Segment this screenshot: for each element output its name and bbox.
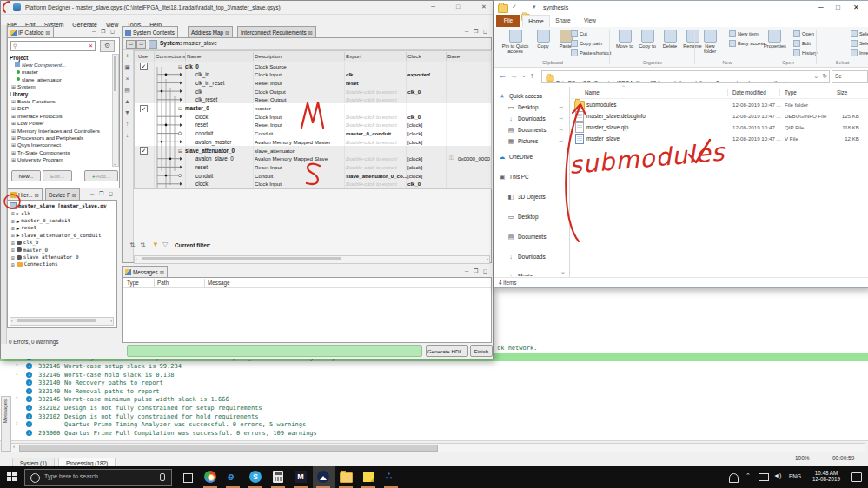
ip-tree-item[interactable]: Library xyxy=(10,90,28,97)
expand-icon[interactable]: › xyxy=(16,395,17,401)
edit-component-button[interactable]: Edit... xyxy=(43,170,72,181)
system-table-row[interactable]: avalon_masterAvalon Memory Mapped Master… xyxy=(135,137,491,146)
sidebar-item-desktop[interactable]: ▭Desktop xyxy=(494,211,568,222)
tray-language[interactable]: ENG xyxy=(789,473,801,479)
cell-export[interactable]: clk xyxy=(346,71,353,77)
ip-tree-item[interactable]: ⊞University Program xyxy=(10,156,63,163)
toolbar-icon-4[interactable]: ▲ xyxy=(123,97,131,105)
toolbar-icon-6[interactable]: ↑ xyxy=(123,120,131,128)
fe-titlebar[interactable]: ✓ ▾ synthesis ─ □ ✕ xyxy=(494,1,868,15)
system-table-row[interactable]: clk_inClock Inputclkexported xyxy=(135,70,491,79)
taskbar-search-input[interactable]: Type here to search xyxy=(24,469,172,486)
col-clock[interactable]: Clock xyxy=(407,53,421,59)
cell-clock[interactable]: [clock] xyxy=(407,130,422,136)
mic-icon[interactable] xyxy=(160,473,165,481)
sidebar-item-desktop[interactable]: ▭Desktop⤙ xyxy=(494,102,568,113)
use-checkbox[interactable]: ✓ xyxy=(140,105,148,113)
console-line[interactable]: i293000Quartus Prime Full Compilation wa… xyxy=(0,429,868,437)
tab-close-icon[interactable]: ⊠ xyxy=(160,269,164,275)
notifications-icon[interactable] xyxy=(851,472,862,482)
cell-export[interactable]: Double-click to export xyxy=(346,114,397,120)
tray-people-icon[interactable] xyxy=(729,473,739,483)
system-panel-controls[interactable]: ─ ❐ ◻ xyxy=(465,28,489,34)
cell-clock[interactable]: [clock] xyxy=(407,122,422,128)
system-table-row[interactable]: clk_resetReset OutputDouble-click to exp… xyxy=(135,96,491,104)
tray-clock[interactable]: 10:48 AM 12-08-2019 xyxy=(808,470,845,482)
console-line[interactable]: ›i332146Worst-case hold slack is 0.138 xyxy=(0,371,868,379)
console-line[interactable]: ›i332146Worst-case setup slack is 99.234 xyxy=(0,362,868,370)
calculator-icon[interactable] xyxy=(268,466,289,488)
sidebar-item-quick-access[interactable]: ★Quick access xyxy=(494,90,568,102)
qsys-icon[interactable]: ∴ xyxy=(381,466,402,488)
tab-system-contents[interactable]: System Contents xyxy=(122,26,178,38)
hierarchy-item[interactable]: ⊞▶master_0_conduit xyxy=(11,217,70,224)
pd-dock-strip[interactable] xyxy=(1,25,7,344)
copy-button[interactable]: Copy xyxy=(533,29,553,58)
easy-access-button[interactable]: Easy access xyxy=(729,40,765,47)
fe-maximize-button[interactable]: □ xyxy=(836,3,840,11)
breadcrumb-segment[interactable]: intelFPGA_lite xyxy=(608,80,643,83)
console-hscrollbar[interactable]: ‹ xyxy=(9,443,865,452)
col-date-modified[interactable]: Date modified xyxy=(732,89,766,96)
sidebar-scroll-down-icon[interactable]: ⌄ xyxy=(560,268,566,275)
tab-ip-catalog[interactable]: IP Catalog ⊠ xyxy=(7,26,54,38)
expand-all-button[interactable]: ▭ xyxy=(126,40,136,49)
cell-export[interactable]: slave_attenuator_0_co... xyxy=(346,173,407,179)
move-up-icon[interactable]: ⇅ xyxy=(129,241,136,249)
col-name[interactable]: Name xyxy=(187,53,202,59)
console-line[interactable]: i332140No Removal paths to report xyxy=(0,387,868,395)
qat-check-icon[interactable]: ✓ xyxy=(512,3,517,10)
sidebar-item-pictures[interactable]: ▦Pictures⤙ xyxy=(494,135,568,147)
add-component-button[interactable]: +Add... xyxy=(84,170,118,181)
ip-tree-item[interactable]: ⊞Basic Functions xyxy=(10,97,56,104)
ip-panel-controls[interactable]: ─ ❐ ◻ xyxy=(92,28,116,34)
use-checkbox[interactable]: ✓ xyxy=(140,63,148,70)
cell-clock[interactable]: [clock] xyxy=(407,155,422,162)
console-line[interactable]: i332102Design is not fully constrained f… xyxy=(0,412,868,420)
tab-close-icon[interactable]: ⊠ xyxy=(34,192,38,198)
hierarchy-item[interactable]: ⊞master_0 xyxy=(11,247,48,254)
chrome-icon[interactable] xyxy=(200,466,222,488)
col-base[interactable]: Base xyxy=(447,53,460,59)
skype-icon[interactable]: S xyxy=(245,466,267,488)
pd-maximize-button[interactable]: □ xyxy=(456,3,460,10)
toolbar-icon-3[interactable]: ▤ xyxy=(123,86,131,94)
toolbar-icon-7[interactable]: ↓ xyxy=(123,131,131,139)
tab-view[interactable]: View xyxy=(578,15,602,27)
move-down-icon[interactable]: ⇅ xyxy=(140,241,146,249)
connections-graph[interactable] xyxy=(154,62,187,188)
expand-icon[interactable]: › xyxy=(16,371,17,377)
col-description[interactable]: Description xyxy=(255,53,282,59)
col-size[interactable]: Size xyxy=(837,89,847,96)
toolbar-icon-1[interactable]: ▣ xyxy=(123,63,131,71)
toolbar-icon-5[interactable]: ▼ xyxy=(123,109,131,116)
sidebar-item-documents[interactable]: ▤Documents⤙ xyxy=(494,124,568,135)
system-table-hscrollbar[interactable]: ‹ › xyxy=(134,255,490,264)
system-table-row[interactable]: clk_in_resetReset Inputreset xyxy=(135,78,491,87)
properties-button[interactable]: Properties xyxy=(764,29,785,58)
tab-messages[interactable]: Messages ⊠ xyxy=(122,266,168,278)
cell-export[interactable]: Double-click to export xyxy=(346,96,397,102)
tab-address-map[interactable]: Address Map ⊠ xyxy=(188,26,233,38)
col-name[interactable]: Name xyxy=(585,89,600,96)
cell-clock[interactable]: exported xyxy=(407,71,430,77)
volume-icon[interactable]: ◄) xyxy=(773,472,781,478)
refresh-icon[interactable]: ↻ xyxy=(822,73,827,80)
ip-tree-item[interactable]: ⊞Processors and Peripherals xyxy=(10,134,83,141)
system-table-row[interactable]: conduitConduitmaster_0_conduit[clock] xyxy=(135,129,491,138)
start-button[interactable] xyxy=(7,472,17,482)
hierarchy-item[interactable]: ⊞Connections xyxy=(11,260,58,267)
col-type[interactable]: Type xyxy=(127,280,139,286)
system-table-row[interactable]: resetReset InputDouble-click to export[c… xyxy=(135,162,491,171)
expand-icon[interactable]: › xyxy=(16,420,17,426)
up-icon[interactable]: ↑ xyxy=(530,71,534,80)
paste-shortcut-button[interactable]: Paste shortcut xyxy=(571,49,611,56)
fe-minimize-button[interactable]: ─ xyxy=(818,3,824,11)
ip-tree-scrollbar[interactable]: ⌄ xyxy=(112,54,119,167)
breadcrumb-segment[interactable]: This PC xyxy=(556,80,575,83)
tab-hierarchy[interactable]: Hier... ⊠ xyxy=(7,188,43,201)
cell-clock[interactable]: clk_0 xyxy=(407,89,421,95)
cell-export[interactable]: master_0_conduit xyxy=(346,130,391,136)
invert-selection-button[interactable]: Invert selection xyxy=(851,49,868,56)
breadcrumb[interactable]: This PC›OS (C:)›intelFPGA_lite›18.1›rada… xyxy=(541,70,830,83)
